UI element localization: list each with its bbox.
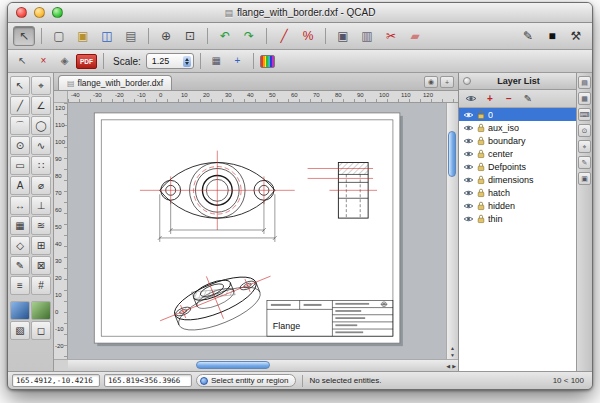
drawing-viewport[interactable]: Flange [68, 103, 446, 359]
layer-visibility-eye-icon[interactable] [463, 111, 474, 119]
remove-layer-button[interactable]: − [501, 92, 517, 106]
color-palette-icon[interactable] [260, 55, 275, 68]
zoom-in-button[interactable]: ⊕ [155, 26, 177, 46]
layer-panel-header[interactable]: Layer List [459, 73, 576, 90]
block-tool[interactable]: ⊞ [31, 236, 51, 255]
erase-button[interactable]: ▰ [404, 26, 426, 46]
scale-combobox[interactable]: 1.25 [146, 53, 194, 69]
layer-row-hidden[interactable]: hidden [459, 199, 576, 212]
minimize-window-button[interactable] [34, 7, 45, 18]
new-file-button[interactable]: ▢ [48, 26, 70, 46]
titlebar[interactable]: ▤ flange_with_border.dxf - QCAD [8, 3, 592, 23]
layer-row-center[interactable]: center [459, 147, 576, 160]
layer-lock-icon[interactable] [477, 214, 485, 224]
layer-visibility-eye-icon[interactable] [463, 202, 474, 210]
line-tool[interactable]: ╱ [10, 96, 30, 115]
grid-tool[interactable]: # [31, 276, 51, 295]
layer-lock-icon[interactable] [477, 136, 485, 146]
horizontal-scroll-arrows[interactable]: ◀▶ [446, 360, 456, 371]
diameter-dim-tool[interactable]: ⌀ [31, 176, 51, 195]
arc-tool[interactable]: ⌒ [10, 116, 30, 135]
dock-mini-button-1[interactable]: ◉ [424, 76, 438, 88]
edit-layer-button[interactable]: ✎ [520, 92, 536, 106]
copy-button[interactable]: ▣ [332, 26, 354, 46]
snap-button[interactable]: ⌖ [578, 140, 591, 153]
view-button[interactable]: ▣ [578, 172, 591, 185]
close-window-button[interactable] [16, 7, 27, 18]
draw-pen-button[interactable]: ✎ [517, 26, 539, 46]
open-file-button[interactable]: ▣ [72, 26, 94, 46]
polygon-tool[interactable]: ◇ [10, 236, 30, 255]
selection-filter-button[interactable]: ⊙ [578, 124, 591, 137]
horizontal-scroll-thumb[interactable] [196, 361, 270, 369]
circle-tool[interactable]: ◯ [31, 116, 51, 135]
wave-tool[interactable]: ≋ [31, 216, 51, 235]
hatch-sample[interactable]: ▧ [10, 321, 30, 340]
layer-row-hatch[interactable]: hatch [459, 186, 576, 199]
horizontal-scrollbar[interactable]: ◀▶ [68, 359, 458, 371]
iso-view-tool[interactable]: ◻ [31, 321, 51, 340]
layer-lock-icon[interactable] [477, 175, 485, 185]
layer-visibility-eye-icon[interactable] [463, 189, 474, 197]
print-button[interactable]: ▤ [120, 26, 142, 46]
undo-button[interactable]: ↶ [214, 26, 236, 46]
crosshair-button[interactable]: + [228, 53, 247, 70]
pointer-mode-button[interactable]: ↖ [13, 53, 32, 70]
add-layer-button[interactable]: + [482, 92, 498, 106]
command-line-button[interactable]: ⌨ [578, 108, 591, 121]
draw-line-button[interactable]: ╱ [273, 26, 295, 46]
paste-clipboard-button[interactable]: ▥ [356, 26, 378, 46]
concentric-circle-tool[interactable]: ⊙ [10, 136, 30, 155]
zoom-window-button[interactable]: ⊡ [179, 26, 201, 46]
horizontal-dim-tool[interactable]: ↔ [10, 196, 30, 215]
snap-restriction-button[interactable]: % [297, 26, 319, 46]
zoom-window-button[interactable] [52, 7, 63, 18]
stepper-arrows-icon[interactable] [183, 56, 191, 67]
layer-lock-icon[interactable] [477, 162, 485, 172]
layer-row-0[interactable]: 0 [459, 108, 576, 121]
layer-row-boundary[interactable]: boundary [459, 134, 576, 147]
rectangle-tool[interactable]: ▭ [10, 156, 30, 175]
layer-row-thin[interactable]: thin [459, 212, 576, 225]
isometric-grid-button[interactable]: ▦ [207, 53, 226, 70]
text-tool[interactable]: A [10, 176, 30, 195]
redo-button[interactable]: ↷ [238, 26, 260, 46]
cut-button[interactable]: ✂ [380, 26, 402, 46]
layer-visibility-eye-icon[interactable] [463, 150, 474, 158]
toggle-visibility-button[interactable] [463, 92, 479, 106]
close-drawing-button[interactable]: × [34, 53, 53, 70]
layer-visibility-eye-icon[interactable] [463, 215, 474, 223]
vertical-scroll-thumb[interactable] [448, 131, 456, 177]
property-editor-button[interactable]: ▤ [578, 76, 591, 89]
layer-visibility-eye-icon[interactable] [463, 137, 474, 145]
save-file-button[interactable]: ◫ [96, 26, 118, 46]
point-tool[interactable]: ⌖ [31, 76, 51, 95]
select-tool[interactable]: ↖ [10, 76, 30, 95]
vertical-scroll-arrows[interactable]: ▲▼ [447, 345, 458, 358]
edit-tool[interactable]: ✎ [10, 256, 30, 275]
render-sample-2[interactable] [31, 301, 51, 320]
angle-line-tool[interactable]: ∠ [31, 96, 51, 115]
hatch-tool[interactable]: ▦ [10, 216, 30, 235]
layer-visibility-eye-icon[interactable] [463, 124, 474, 132]
stamp-button[interactable]: ◈ [55, 53, 74, 70]
drawing-canvas[interactable]: Flange [68, 103, 446, 359]
layer-lock-icon[interactable] [477, 188, 485, 198]
layer-lock-icon[interactable] [477, 110, 485, 120]
tab-flange-with-border[interactable]: ▤ flange_with_border.dxf [58, 75, 172, 90]
layer-lock-icon[interactable] [477, 201, 485, 211]
selection-pointer-button[interactable]: ↖ [13, 26, 35, 46]
pdf-export-button[interactable]: PDF [76, 54, 97, 69]
color-swatch-button[interactable]: ■ [541, 26, 563, 46]
layer-visibility-eye-icon[interactable] [463, 176, 474, 184]
library-browser-button[interactable]: ▦ [578, 92, 591, 105]
dock-mini-button-2[interactable]: + [440, 76, 454, 88]
layers-tool[interactable]: ≡ [10, 276, 30, 295]
layer-row-Defpoints[interactable]: Defpoints [459, 160, 576, 173]
layer-visibility-eye-icon[interactable] [463, 163, 474, 171]
layer-lock-icon[interactable] [477, 149, 485, 159]
vertical-scrollbar[interactable]: ▲▼ [446, 103, 458, 359]
tools-hammer-button[interactable]: ⚒ [565, 26, 587, 46]
layer-row-dimensions[interactable]: dimensions [459, 173, 576, 186]
layer-lock-icon[interactable] [477, 123, 485, 133]
